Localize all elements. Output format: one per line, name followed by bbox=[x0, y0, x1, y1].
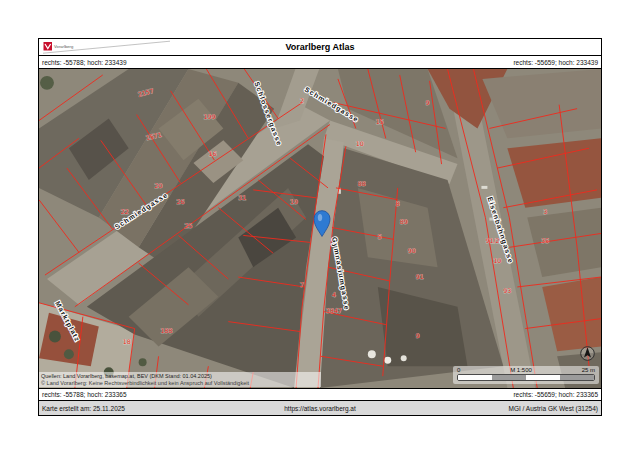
map-image: 2157199157116210159202622253119888895909… bbox=[39, 69, 601, 388]
scale-track bbox=[457, 374, 595, 381]
parcel-number: 8 bbox=[396, 200, 400, 207]
created-date: Karte erstellt am: 25.11.2025 bbox=[42, 405, 227, 412]
page-title: Vorarlberg Atlas bbox=[39, 39, 601, 55]
street-label: Schlossergasse bbox=[252, 81, 283, 148]
parcel-number: 10 bbox=[493, 257, 501, 264]
location-marker-icon bbox=[314, 211, 330, 237]
parcel-number: 2157 bbox=[137, 87, 154, 98]
scale-bar: 0 M 1:500 25 m bbox=[453, 366, 599, 384]
parcel-number: 9 bbox=[416, 332, 420, 339]
crs-label: MGI / Austria GK West (31254) bbox=[413, 405, 598, 412]
parcel-number: 4 bbox=[332, 291, 336, 298]
parcel-number: 16 bbox=[208, 150, 216, 157]
street-label: Schmiedgasse bbox=[303, 86, 360, 125]
parcel-number: 1571 bbox=[145, 131, 162, 142]
map-sheet: Vorarlberg Vorarlberg Atlas rechts: -557… bbox=[38, 38, 602, 416]
parcel-number: 15 bbox=[376, 118, 384, 125]
parcel-number: 9 bbox=[426, 99, 430, 106]
parcel-number: 2 bbox=[300, 97, 304, 104]
parcel-number: 35 bbox=[541, 237, 549, 244]
parcel-number: 89 bbox=[400, 218, 408, 225]
street-label: Eisenbahngasse bbox=[485, 196, 514, 265]
parcel-number: 91 bbox=[416, 273, 424, 280]
atlas-url: https://atlas.vorarlberg.at bbox=[227, 405, 412, 412]
attribution-disclaimer: © Land Vorarlberg: Keine Rechtsverbindli… bbox=[41, 380, 319, 387]
scale-zero: 0 bbox=[457, 367, 460, 374]
parcel-number: 5 bbox=[378, 233, 382, 240]
coord-bottom-left: rechts: -55788; hoch: 233365 bbox=[42, 391, 127, 398]
parcel-number: 188 bbox=[161, 327, 173, 334]
scale-max: 25 m bbox=[582, 367, 595, 374]
footer: Karte erstellt am: 25.11.2025 https://at… bbox=[39, 400, 601, 415]
parcel-number: 31 bbox=[238, 194, 246, 201]
parcel-number: 26 bbox=[177, 198, 185, 205]
parcel-number: 3847 bbox=[326, 307, 342, 314]
parcel-number: 22 bbox=[121, 208, 129, 215]
parcel-number: 7 bbox=[300, 281, 304, 288]
coord-top-right: rechts: -55659; hoch: 233439 bbox=[513, 59, 598, 66]
parcel-number: 10 bbox=[356, 140, 364, 147]
parcel-number: 18 bbox=[123, 338, 131, 345]
parcel-number: 25 bbox=[184, 222, 192, 229]
parcel-number: 93 bbox=[503, 287, 511, 294]
attribution: Quellen: Land Vorarlberg, basemap.at, BE… bbox=[39, 372, 321, 387]
coordinates-top: rechts: -55788; hoch: 233439 rechts: -55… bbox=[39, 56, 601, 69]
street-label: Gymnasiumgasse bbox=[330, 236, 351, 311]
parcel-number: 3 bbox=[543, 208, 547, 215]
parcel-number: 88 bbox=[358, 180, 366, 187]
parcel-number: 91/2 bbox=[485, 237, 499, 244]
parcel-number: 90 bbox=[408, 247, 416, 254]
north-arrow-icon bbox=[579, 345, 596, 362]
coord-top-left: rechts: -55788; hoch: 233439 bbox=[42, 59, 127, 66]
coord-bottom-right: rechts: -55659; hoch: 233365 bbox=[513, 391, 598, 398]
coordinates-bottom: rechts: -55788; hoch: 233365 rechts: -55… bbox=[39, 388, 601, 400]
street-label: Marktplatz bbox=[53, 300, 81, 344]
parcel-number: 19 bbox=[290, 198, 298, 205]
map-labels-layer: 2157199157116210159202622253119888895909… bbox=[39, 69, 601, 388]
scale-ratio: M 1:500 bbox=[510, 367, 532, 374]
parcel-number: 199 bbox=[203, 113, 215, 120]
parcel-number: 20 bbox=[155, 182, 163, 189]
header: Vorarlberg Vorarlberg Atlas bbox=[39, 39, 601, 56]
print-page: Vorarlberg Vorarlberg Atlas rechts: -557… bbox=[0, 0, 640, 453]
